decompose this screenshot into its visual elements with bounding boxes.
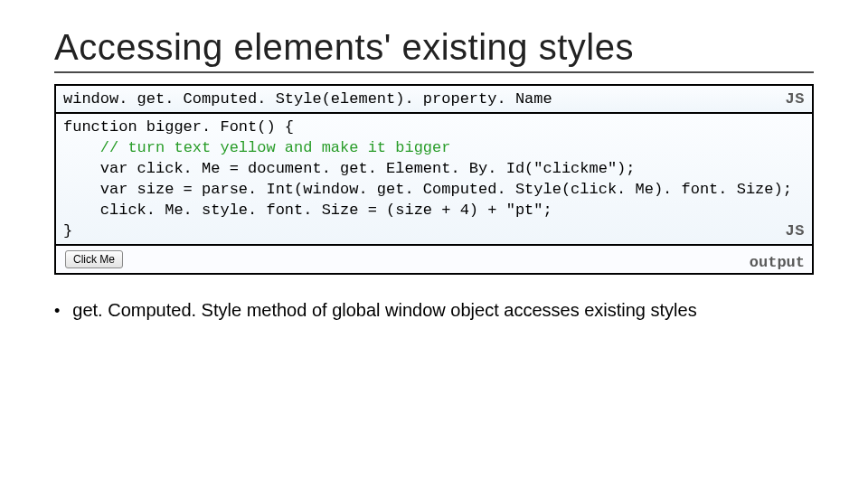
code-line-1: function bigger. Font() { bbox=[63, 118, 294, 136]
output-box: Click Me output bbox=[54, 246, 814, 275]
code-box-function: function bigger. Font() { // turn text y… bbox=[54, 114, 814, 246]
code-line-6: } bbox=[63, 222, 72, 239]
code-line-2-comment: // turn text yellow and make it bigger bbox=[100, 139, 451, 156]
bullet-text: get. Computed. Style method of global wi… bbox=[72, 300, 696, 321]
title-underline bbox=[54, 71, 814, 73]
code-box-syntax: window. get. Computed. Style(element). p… bbox=[54, 84, 814, 114]
slide: Accessing elements' existing styles wind… bbox=[0, 0, 868, 488]
code-line-5: click. Me. style. font. Size = (size + 4… bbox=[63, 202, 552, 219]
code-line-2-indent bbox=[63, 139, 100, 156]
click-me-button[interactable]: Click Me bbox=[65, 250, 123, 268]
bullet-item: • get. Computed. Style method of global … bbox=[54, 300, 814, 321]
bullet-list: • get. Computed. Style method of global … bbox=[54, 300, 814, 321]
slide-title: Accessing elements' existing styles bbox=[54, 27, 814, 68]
code-lang-label-1: JS bbox=[786, 89, 805, 110]
code-lang-label-2: JS bbox=[786, 221, 805, 242]
bullet-dot-icon: • bbox=[54, 303, 60, 319]
code-line-3: var click. Me = document. get. Element. … bbox=[63, 160, 636, 177]
code-function: function bigger. Font() { // turn text y… bbox=[63, 117, 805, 242]
code-syntax: window. get. Computed. Style(element). p… bbox=[63, 89, 805, 110]
code-line-4: var size = parse. Int(window. get. Compu… bbox=[63, 181, 792, 198]
output-label: output bbox=[750, 254, 805, 271]
